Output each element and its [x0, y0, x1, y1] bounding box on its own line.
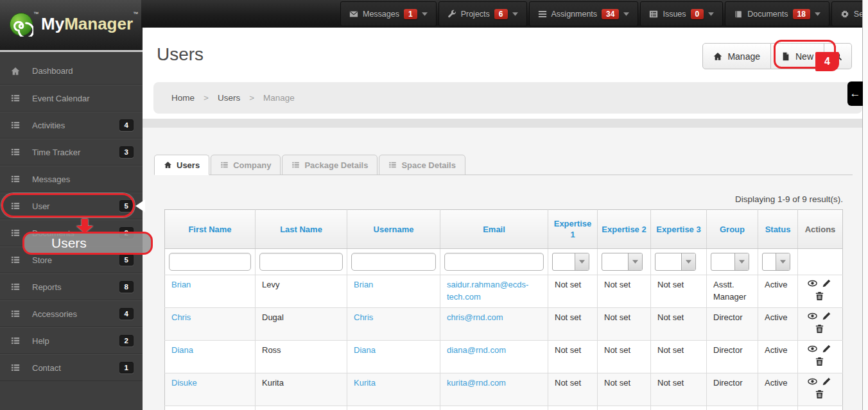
topnav-item-documents[interactable]: Documents 18 — [725, 1, 829, 26]
sidebar-item-contact[interactable]: Contact 1 — [0, 354, 143, 381]
filter-username-input[interactable] — [351, 253, 436, 271]
column-header-expertise-2[interactable]: Expertise 2 — [598, 210, 651, 249]
user-username-link[interactable]: Diana — [354, 345, 376, 355]
edit-icon[interactable] — [822, 344, 831, 357]
column-header-last-name[interactable]: Last Name — [256, 210, 347, 249]
edit-icon[interactable] — [822, 377, 831, 389]
column-header-username[interactable]: Username — [347, 210, 440, 249]
delete-icon[interactable] — [815, 389, 824, 402]
tab-package-details[interactable]: Package Details — [282, 155, 378, 175]
manage-button[interactable]: Manage — [702, 43, 771, 69]
filter-expertise-3-select[interactable] — [655, 253, 696, 271]
view-icon[interactable] — [808, 278, 817, 291]
user-email-link[interactable]: chris@rnd.com — [447, 312, 503, 322]
view-icon[interactable] — [808, 344, 817, 357]
filter-group-select[interactable] — [711, 253, 749, 271]
active-item-pointer — [135, 200, 145, 212]
user-email-link[interactable]: diana@rnd.com — [447, 345, 506, 355]
column-header-first-name[interactable]: First Name — [165, 210, 256, 249]
notification-badge: 18 — [793, 9, 810, 19]
filter-status-select[interactable] — [762, 253, 790, 271]
breadcrumb-section: Home > Users > Manage — [143, 81, 862, 119]
chevron-down-icon — [512, 12, 518, 16]
sidebar-item-help[interactable]: Help 2 — [0, 327, 143, 354]
sidebar-item-label: Event Calendar — [32, 94, 134, 103]
collapse-panel-button[interactable]: ← — [847, 81, 863, 106]
view-icon[interactable] — [808, 377, 817, 389]
sidebar-item-label: Reports — [32, 282, 119, 292]
chevron-down-icon — [681, 253, 695, 270]
tab-bar: Users Company Package Details Space Deta… — [154, 154, 853, 175]
column-header-expertise-3[interactable]: Expertise 3 — [651, 210, 707, 249]
breadcrumb-separator: > — [249, 93, 254, 103]
sidebar-item-label: Help — [32, 336, 119, 346]
tab-users-label: Users — [177, 160, 200, 170]
column-header-expertise-1[interactable]: Expertise 1 — [548, 210, 598, 249]
notification-badge: 6 — [494, 9, 508, 19]
sidebar-item-dashboard[interactable]: Dashboard — [0, 58, 143, 85]
chevron-down-icon — [734, 253, 749, 270]
column-header-group[interactable]: Group — [707, 210, 758, 249]
filter-last-name-input[interactable] — [259, 253, 343, 271]
user-expertise-3: Not set — [657, 280, 684, 289]
sidebar-item-activities[interactable]: Activities 4 — [0, 112, 143, 139]
user-first-name-link[interactable]: Chris — [171, 312, 191, 322]
table-row: Diana Ross Diana diana@rnd.com Not set N… — [165, 341, 843, 373]
filter-expertise-1-select[interactable] — [552, 253, 589, 271]
user-last-name: Ross — [262, 345, 281, 355]
rows-icon — [10, 255, 21, 264]
scrollbar[interactable] — [862, 0, 868, 410]
delete-icon[interactable] — [815, 357, 824, 370]
breadcrumb-users[interactable]: Users — [218, 93, 240, 103]
topnav-item-issues[interactable]: Issues 0 — [640, 1, 723, 26]
user-first-name-link[interactable]: Diana — [171, 345, 193, 355]
filter-first-name-input[interactable] — [169, 253, 251, 271]
breadcrumb-home[interactable]: Home — [171, 93, 195, 103]
sidebar-item-event-calendar[interactable]: Event Calendar — [0, 85, 143, 112]
chevron-down-icon — [708, 12, 714, 16]
user-expertise-3: Not set — [657, 378, 684, 388]
rows-icon — [10, 94, 21, 103]
user-expertise-2: Not set — [604, 378, 630, 388]
user-status: Active — [765, 312, 787, 322]
topnav-item-assignments[interactable]: Assignments 34 — [529, 1, 639, 26]
sidebar-item-messages[interactable]: Messages — [0, 166, 143, 192]
count-badge: 4 — [119, 119, 134, 131]
filter-expertise-2-select[interactable] — [602, 253, 643, 271]
sidebar-item-accessories[interactable]: Accessories 4 — [0, 300, 143, 327]
user-first-name-link[interactable]: Brian — [171, 280, 191, 289]
app-name: MyManager — [41, 14, 133, 34]
delete-icon[interactable] — [815, 324, 824, 337]
column-header-status[interactable]: Status — [758, 210, 798, 249]
user-group: Director — [713, 378, 743, 388]
filter-email-input[interactable] — [444, 253, 544, 271]
main-content: Users Manage New Home > Users — [143, 28, 862, 410]
tab-company-label: Company — [233, 160, 271, 170]
topnav-item-projects[interactable]: Projects 6 — [438, 1, 527, 26]
user-username-link[interactable]: Chris — [354, 312, 373, 322]
sidebar-item-reports[interactable]: Reports 8 — [0, 273, 143, 300]
home-icon — [164, 161, 172, 169]
user-first-name-link[interactable]: Disuke — [171, 378, 197, 388]
tab-space-details[interactable]: Space Details — [379, 155, 465, 175]
view-icon[interactable] — [808, 311, 817, 324]
count-badge: 5 — [119, 254, 134, 266]
topnav-item-messages[interactable]: Messages 1 — [340, 1, 437, 26]
rows-icon — [10, 175, 21, 184]
sidebar-item-time-tracker[interactable]: Time Tracker 3 — [0, 139, 143, 166]
app-logo[interactable]: ™ MyManager ™ — [9, 12, 138, 37]
filter-row — [165, 249, 843, 275]
edit-icon[interactable] — [822, 311, 831, 324]
delete-icon[interactable] — [815, 291, 824, 304]
user-username-link[interactable]: Kurita — [354, 378, 376, 388]
logo-panel: ™ MyManager ™ — [0, 0, 141, 50]
user-email-link[interactable]: kurita@rnd.com — [447, 378, 506, 388]
user-username-link[interactable]: Brian — [354, 280, 373, 289]
tab-company[interactable]: Company — [211, 155, 281, 175]
envelope-icon — [349, 10, 358, 19]
column-header-email[interactable]: Email — [440, 210, 548, 249]
user-email-link[interactable]: saidur.rahman@ecds-tech.com — [447, 280, 528, 302]
tab-users[interactable]: Users — [154, 155, 209, 175]
edit-icon[interactable] — [822, 278, 831, 291]
page-header: Users Manage New — [143, 28, 862, 81]
